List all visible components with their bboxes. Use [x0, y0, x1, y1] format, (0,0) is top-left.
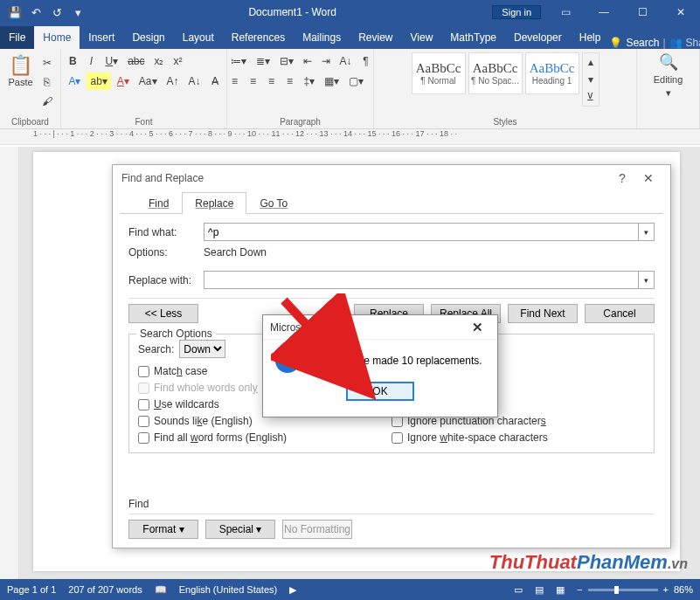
dialog-titlebar[interactable]: Find and Replace ? ✕: [113, 165, 670, 191]
align-center-button[interactable]: ≡: [246, 72, 261, 90]
view-read-icon[interactable]: ▭: [514, 584, 523, 596]
align-left-button[interactable]: ≡: [227, 72, 243, 90]
maximize-icon[interactable]: ☐: [623, 0, 662, 24]
replace-with-input[interactable]: [204, 271, 639, 289]
spellcheck-icon[interactable]: 📖: [155, 584, 167, 596]
numbering-button[interactable]: ≣▾: [253, 52, 274, 70]
dialog-close-icon[interactable]: ✕: [635, 171, 662, 185]
style-heading1[interactable]: AaBbCc Heading 1: [525, 52, 579, 94]
find-next-button[interactable]: Find Next: [508, 304, 578, 323]
tell-me-icon[interactable]: 💡: [609, 37, 622, 49]
style-nospacing[interactable]: AaBbCc ¶ No Spac...: [468, 52, 523, 94]
view-print-icon[interactable]: ▤: [535, 584, 544, 596]
quick-access-toolbar: 💾 ↶ ↺ ▾: [0, 3, 93, 22]
highlight-button[interactable]: ab▾: [87, 72, 110, 90]
close-icon[interactable]: ✕: [662, 0, 700, 24]
clear-format-button[interactable]: A̶: [207, 72, 223, 90]
format-button[interactable]: Format ▾: [128, 520, 198, 539]
tab-review[interactable]: Review: [350, 26, 401, 49]
find-what-input[interactable]: [204, 223, 639, 241]
font-color-button[interactable]: A▾: [114, 72, 133, 90]
word-forms-checkbox[interactable]: Find all word forms (English): [138, 431, 392, 444]
subscript-button[interactable]: x₂: [150, 52, 167, 70]
undo-icon[interactable]: ↶: [26, 3, 45, 22]
cut-icon[interactable]: ✂: [38, 54, 56, 72]
zoom-level[interactable]: 86%: [674, 584, 693, 595]
share-label[interactable]: Share: [686, 37, 700, 49]
tab-layout[interactable]: Layout: [174, 26, 223, 49]
decrease-indent-button[interactable]: ⇤: [300, 52, 315, 70]
format-painter-icon[interactable]: 🖌: [38, 93, 56, 110]
word-count[interactable]: 207 of 207 words: [68, 584, 142, 595]
replace-with-dropdown-icon[interactable]: ▾: [639, 271, 655, 289]
tab-goto[interactable]: Go To: [246, 192, 301, 214]
tab-view[interactable]: View: [402, 26, 442, 49]
multilevel-button[interactable]: ⊟▾: [276, 52, 297, 70]
justify-button[interactable]: ≡: [282, 72, 298, 90]
tab-mailings[interactable]: Mailings: [294, 26, 350, 49]
line-spacing-button[interactable]: ‡▾: [301, 72, 319, 90]
sort-button[interactable]: A↓: [336, 52, 356, 70]
italic-button[interactable]: I: [83, 52, 99, 70]
special-button[interactable]: Special ▾: [205, 520, 275, 539]
dialog-help-icon[interactable]: ?: [609, 171, 635, 185]
tab-developer[interactable]: Developer: [505, 26, 571, 49]
redo-icon[interactable]: ↺: [47, 3, 66, 22]
save-icon[interactable]: 💾: [5, 3, 24, 22]
tab-design[interactable]: Design: [123, 26, 173, 49]
editing-button[interactable]: 🔍 Editing ▾: [642, 52, 695, 99]
borders-button[interactable]: ▢▾: [345, 72, 367, 90]
share-icon[interactable]: 👥: [669, 37, 683, 49]
macro-status-icon[interactable]: ▶: [289, 584, 296, 596]
style-normal[interactable]: AaBbCc ¶ Normal: [412, 52, 466, 94]
ok-button[interactable]: OK: [346, 382, 414, 401]
tab-file[interactable]: File: [0, 26, 34, 49]
sign-in-button[interactable]: Sign in: [492, 5, 541, 19]
strike-button[interactable]: abc: [124, 52, 148, 70]
show-marks-button[interactable]: ¶: [358, 52, 374, 70]
styles-down-icon[interactable]: ▾: [583, 71, 599, 88]
styles-more-icon[interactable]: ⊻: [583, 88, 599, 106]
cancel-button[interactable]: Cancel: [585, 304, 655, 323]
search-direction-select[interactable]: Down: [179, 340, 225, 358]
tab-find[interactable]: Find: [135, 192, 182, 214]
zoom-in-icon[interactable]: +: [663, 584, 669, 595]
ignore-whitespace-checkbox[interactable]: Ignore white-space characters: [392, 431, 645, 444]
find-what-dropdown-icon[interactable]: ▾: [639, 223, 655, 241]
styles-up-icon[interactable]: ▴: [583, 53, 599, 71]
options-label: Options:: [128, 246, 204, 259]
bold-button[interactable]: B: [65, 52, 80, 70]
horizontal-ruler[interactable]: 1 · · · | · · · 1 · · · 2 · · · 3 · · · …: [0, 129, 700, 145]
page-status[interactable]: Page 1 of 1: [7, 584, 56, 595]
zoom-slider[interactable]: [588, 589, 658, 591]
zoom-out-icon[interactable]: −: [577, 584, 582, 595]
view-web-icon[interactable]: ▦: [556, 584, 565, 596]
grow-font-button[interactable]: A↑: [163, 72, 183, 90]
search-label[interactable]: Search: [626, 37, 659, 49]
align-right-button[interactable]: ≡: [264, 72, 280, 90]
qat-dropdown-icon[interactable]: ▾: [68, 3, 87, 22]
shading-button[interactable]: ▦▾: [321, 72, 343, 90]
change-case-button[interactable]: Aa▾: [135, 72, 161, 90]
minimize-icon[interactable]: —: [585, 0, 623, 24]
underline-button[interactable]: U▾: [101, 52, 121, 70]
shrink-font-button[interactable]: A↓: [185, 72, 204, 90]
increase-indent-button[interactable]: ⇥: [318, 52, 334, 70]
tab-references[interactable]: References: [223, 26, 294, 49]
tab-replace[interactable]: Replace: [182, 192, 246, 214]
language-status[interactable]: English (United States): [179, 584, 278, 595]
superscript-button[interactable]: x²: [170, 52, 185, 70]
ribbon-options-icon[interactable]: ▭: [546, 0, 585, 24]
copy-icon[interactable]: ⎘: [38, 73, 56, 91]
tab-insert[interactable]: Insert: [80, 26, 123, 49]
message-titlebar[interactable]: Microsoft Word ✕: [263, 315, 497, 340]
paste-button[interactable]: 📋 Paste: [5, 52, 37, 87]
tab-home[interactable]: Home: [34, 26, 80, 49]
tab-help[interactable]: Help: [571, 26, 610, 49]
vertical-ruler[interactable]: [0, 147, 19, 579]
bullets-button[interactable]: ≔▾: [227, 52, 250, 70]
less-button[interactable]: << Less: [128, 304, 198, 323]
tab-mathtype[interactable]: MathType: [441, 26, 505, 49]
message-close-icon[interactable]: ✕: [464, 320, 490, 335]
text-effects-button[interactable]: A▾: [65, 72, 84, 90]
